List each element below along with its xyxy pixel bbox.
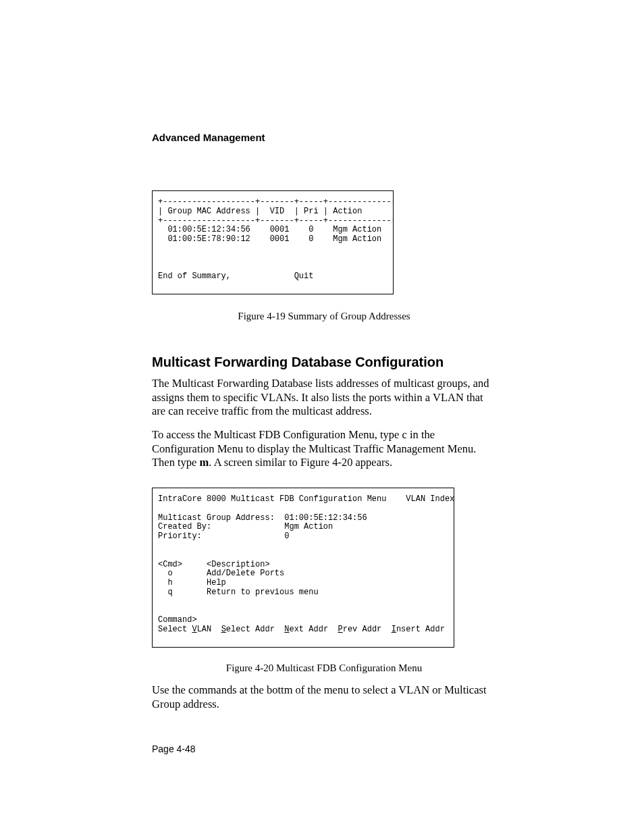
text: . A screen similar to Figure 4-20 appear… bbox=[209, 456, 392, 469]
terminal-summary-box: +-------------------+-------+-----+-----… bbox=[152, 190, 394, 294]
page-content: Advanced Management +-------------------… bbox=[152, 132, 496, 754]
bold-key: m bbox=[200, 456, 209, 469]
figure-caption-2: Figure 4-20 Multicast FDB Configuration … bbox=[152, 662, 496, 674]
figure-caption-1: Figure 4-19 Summary of Group Addresses bbox=[152, 311, 496, 322]
vlan-index: VLAN Index: [01] bbox=[406, 494, 454, 504]
command-prompt: Command> bbox=[158, 615, 197, 625]
body-paragraph: The Multicast Forwarding Database lists … bbox=[152, 377, 496, 419]
field-line: Created By: Mgm Action bbox=[158, 522, 333, 531]
hotkey: V bbox=[192, 625, 196, 634]
terminal-footer: End of Summary, Quit bbox=[158, 271, 313, 281]
terminal-title: IntraCore 8000 Multicast FDB Configurati… bbox=[158, 494, 386, 504]
text: elect Addr bbox=[226, 625, 284, 634]
hotkey: P bbox=[338, 625, 342, 634]
body-paragraph: Use the commands at the bottm of the men… bbox=[152, 683, 496, 711]
hotkey: S bbox=[221, 625, 226, 634]
text: Select bbox=[158, 625, 192, 634]
rule: +-------------------+-------+-----+-----… bbox=[158, 197, 394, 207]
table-row: 01:00:5E:12:34:56 0001 0 Mgm Action bbox=[158, 225, 381, 234]
menu-bar: Select VLAN Select Addr Next Addr Prev A… bbox=[158, 625, 454, 634]
rule: +-------------------+-------+-----+-----… bbox=[158, 216, 394, 226]
cmd-row: o Add/Delete Ports bbox=[158, 569, 284, 578]
text: rev Addr bbox=[343, 625, 392, 634]
cmd-row: h Help bbox=[158, 578, 226, 588]
terminal-config-box: IntraCore 8000 Multicast FDB Configurati… bbox=[152, 488, 454, 648]
cmd-row: q Return to previous menu bbox=[158, 588, 319, 597]
text: LAN bbox=[197, 625, 221, 634]
page-number: Page 4-48 bbox=[152, 744, 496, 754]
section-heading: Multicast Forwarding Database Configurat… bbox=[152, 355, 496, 370]
body-paragraph: To access the Multicast FDB Configuratio… bbox=[152, 428, 496, 470]
field-line: Priority: 0 bbox=[158, 531, 289, 541]
hotkey: I bbox=[392, 625, 396, 634]
text: ext Addr bbox=[289, 625, 338, 634]
field-line: Multicast Group Address: 01:00:5E:12:34:… bbox=[158, 513, 367, 523]
running-head: Advanced Management bbox=[152, 132, 496, 143]
table-header: | Group MAC Address | VID | Pri | Action bbox=[158, 207, 362, 216]
table-row: 01:00:5E:78:90:12 0001 0 Mgm Action bbox=[158, 234, 381, 244]
cmd-header: <Cmd> <Description> bbox=[158, 560, 270, 569]
text: nsert Addr bbox=[396, 625, 454, 634]
